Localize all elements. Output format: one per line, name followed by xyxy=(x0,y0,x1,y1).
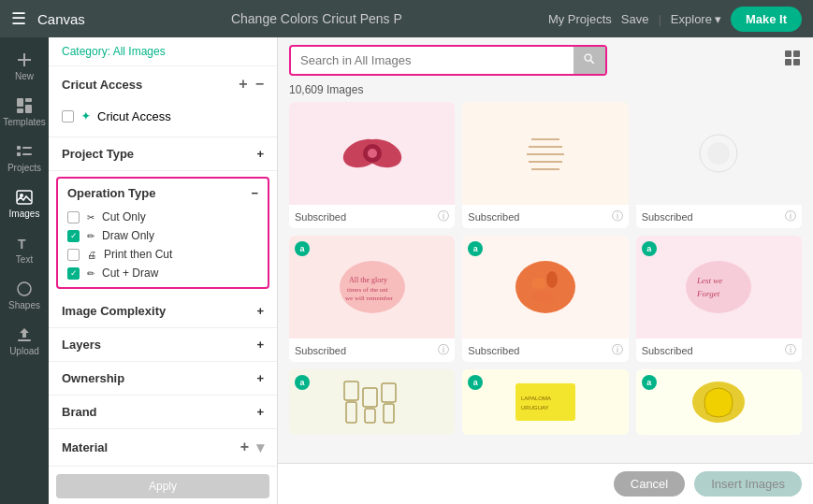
explore-dropdown[interactable]: Explore ▾ xyxy=(671,12,721,26)
section-header-project-type[interactable]: Project Type + xyxy=(49,137,277,170)
subscribed-label: Subscribed xyxy=(468,345,519,356)
info-icon[interactable]: ⓘ xyxy=(612,342,623,358)
grid-item-image[interactable] xyxy=(462,102,628,205)
svg-rect-46 xyxy=(365,409,375,423)
image-preview xyxy=(681,121,756,186)
image-preview xyxy=(508,121,583,186)
sidebar-item-shapes[interactable]: Shapes xyxy=(0,274,49,316)
info-icon[interactable]: ⓘ xyxy=(785,342,796,358)
grid-item-footer: Subscribed ⓘ xyxy=(636,338,802,362)
op-item-print-then-cut[interactable]: 🖨 Print then Cut xyxy=(58,245,268,264)
insert-images-button[interactable]: Insert Images xyxy=(694,471,802,497)
section-header-operation-type[interactable]: Operation Type − xyxy=(58,179,268,208)
grid-item-image[interactable]: a All the glory times of the uni we will… xyxy=(289,236,455,338)
svg-text:Forget: Forget xyxy=(696,289,720,298)
svg-text:T: T xyxy=(18,237,26,252)
grid-item-footer: Subscribed ⓘ xyxy=(462,338,628,362)
subscribed-badge: a xyxy=(295,375,310,390)
grid-item-footer: Subscribed ⓘ xyxy=(636,205,802,228)
svg-rect-48 xyxy=(384,404,394,423)
image-preview xyxy=(503,250,588,324)
menu-icon[interactable]: ☰ xyxy=(11,8,26,29)
info-icon[interactable]: ⓘ xyxy=(785,209,796,224)
sidebar-item-images[interactable]: Images xyxy=(0,182,49,224)
svg-point-39 xyxy=(531,291,554,302)
sidebar-item-text[interactable]: T Text xyxy=(0,228,49,270)
minus-icon[interactable]: − xyxy=(251,186,258,200)
print-then-cut-checkbox[interactable] xyxy=(67,249,80,261)
section-header-brand[interactable]: Brand + xyxy=(49,396,277,428)
make-it-button[interactable]: Make It xyxy=(731,7,802,32)
cricut-access-row: ✦ Cricut Access xyxy=(62,106,264,127)
cut-draw-checkbox[interactable]: ✓ xyxy=(67,267,80,280)
image-grid: Subscribed ⓘ xyxy=(278,102,813,463)
grid-item-image[interactable] xyxy=(636,102,802,205)
grid-item: Subscribed ⓘ xyxy=(289,102,455,228)
section-cricut-access: Cricut Access + − ✦ Cricut Access xyxy=(49,66,277,137)
plus-icon[interactable]: + xyxy=(256,304,264,318)
plus-icon[interactable]: + xyxy=(256,405,264,419)
grid-item-image[interactable] xyxy=(289,102,455,205)
grid-item-image[interactable]: a xyxy=(462,236,628,338)
canvas-title: Canvas xyxy=(37,11,85,27)
plus-icon[interactable]: + xyxy=(256,371,264,385)
cricut-access-label: Cricut Access xyxy=(97,109,171,123)
grid-item-image[interactable]: a xyxy=(289,369,455,435)
cricut-access-checkbox[interactable] xyxy=(62,110,74,122)
sidebar-item-projects[interactable]: Projects xyxy=(0,137,49,179)
sidebar-item-upload[interactable]: Upload xyxy=(0,320,49,362)
subscribed-badge: a xyxy=(468,241,483,256)
grid-item-image[interactable]: a LAPALOMA URUGUAY xyxy=(462,369,628,435)
op-item-cut-draw[interactable]: ✓ ✏ Cut + Draw xyxy=(58,264,268,287)
draw-only-checkbox[interactable]: ✓ xyxy=(67,230,80,242)
plus-icon[interactable]: + xyxy=(256,338,264,352)
sidebar-item-new[interactable]: New xyxy=(0,45,49,87)
grid-item: a All the glory times of the uni we will… xyxy=(289,236,455,362)
grid-item: Subscribed ⓘ xyxy=(636,102,802,228)
apply-button[interactable]: Apply xyxy=(56,474,269,498)
subscribed-badge: a xyxy=(295,241,310,256)
image-preview xyxy=(335,374,410,430)
minus-icon[interactable]: − xyxy=(255,76,264,93)
cut-only-checkbox[interactable] xyxy=(67,211,80,223)
info-icon[interactable]: ⓘ xyxy=(612,209,623,224)
section-header-layers[interactable]: Layers + xyxy=(49,328,277,361)
section-header-cricut-access[interactable]: Cricut Access + − xyxy=(49,66,277,102)
section-project-type: Project Type + xyxy=(49,137,277,171)
view-toggle-button[interactable] xyxy=(783,49,802,72)
svg-rect-10 xyxy=(17,191,32,204)
search-button[interactable] xyxy=(573,47,605,74)
plus-icon[interactable]: + xyxy=(240,439,249,456)
grid-row: Subscribed ⓘ xyxy=(289,102,802,228)
search-bar xyxy=(289,45,607,76)
sidebar-item-templates[interactable]: Templates xyxy=(0,91,49,133)
plus-icon[interactable]: + xyxy=(239,76,247,93)
cancel-button[interactable]: Cancel xyxy=(614,471,685,497)
grid-item-image[interactable]: a Lest we Forget xyxy=(636,236,802,338)
plus-icon[interactable]: + xyxy=(256,147,264,161)
subscribed-badge: a xyxy=(642,375,657,390)
operation-type-content: ✂ Cut Only ✓ ✏ Draw Only 🖨 Print then Cu… xyxy=(58,208,268,287)
info-icon[interactable]: ⓘ xyxy=(438,209,449,224)
section-header-material[interactable]: Material + ▾ xyxy=(49,429,277,466)
op-item-draw-only[interactable]: ✓ ✏ Draw Only xyxy=(58,226,268,245)
svg-text:times of the uni: times of the uni xyxy=(347,286,388,294)
section-header-ownership[interactable]: Ownership + xyxy=(49,362,277,395)
subscribed-label: Subscribed xyxy=(642,211,693,223)
section-header-image-complexity[interactable]: Image Complexity + xyxy=(49,295,277,327)
svg-text:LAPALOMA: LAPALOMA xyxy=(521,396,551,401)
grid-row: a All the glory times of the uni we will… xyxy=(289,236,802,362)
svg-rect-7 xyxy=(22,147,32,149)
grid-item-image[interactable]: a xyxy=(636,369,802,435)
image-preview: LAPALOMA URUGUAY xyxy=(508,374,583,430)
info-icon[interactable]: ⓘ xyxy=(438,342,449,358)
svg-rect-18 xyxy=(793,50,800,57)
grid-item-footer: Subscribed ⓘ xyxy=(462,205,628,228)
op-item-cut-only[interactable]: ✂ Cut Only xyxy=(58,208,268,226)
subscribed-badge: a xyxy=(468,375,483,390)
my-projects-link[interactable]: My Projects xyxy=(548,12,612,26)
svg-rect-6 xyxy=(17,146,21,150)
save-button[interactable]: Save xyxy=(621,12,649,26)
sidebar-bottom: Apply xyxy=(49,467,277,504)
search-input[interactable] xyxy=(291,48,573,73)
